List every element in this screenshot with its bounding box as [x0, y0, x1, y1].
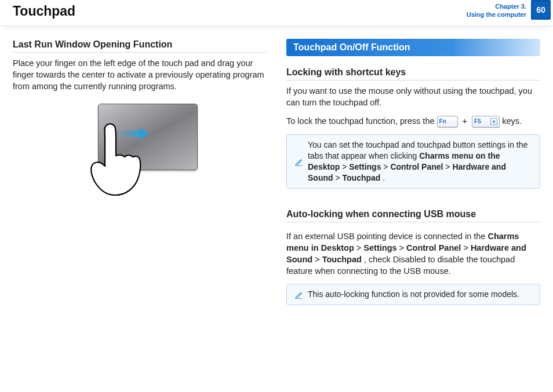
heading-locking: Locking with shortcut keys: [286, 67, 540, 80]
breadcrumb-sep: >: [445, 162, 452, 171]
para-autolock: If an external USB pointing device is co…: [286, 230, 540, 277]
breadcrumb-sep: >: [399, 243, 407, 252]
path-segment: Control Panel: [390, 162, 443, 171]
key-fn: Fn: [437, 116, 458, 127]
breadcrumb-sep: >: [356, 243, 364, 252]
key-f5-label: F5: [474, 118, 481, 124]
note-settings-path: You can set the touchpad and touchpad bu…: [286, 134, 540, 189]
text-fragment: .: [383, 173, 385, 182]
section-bar-onoff: Touchpad On/Off Function: [286, 39, 540, 56]
page-title: Touchpad: [13, 3, 75, 19]
heading-last-run: Last Run Window Opening Function: [13, 39, 267, 53]
path-segment: Control Panel: [406, 243, 461, 252]
para-last-run: Place your finger on the left edge of th…: [13, 57, 267, 92]
touchpad-illustration: [82, 104, 198, 170]
path-segment: Settings: [363, 243, 396, 252]
text-fragment: If an external USB pointing device is co…: [286, 232, 487, 241]
finger-icon: [79, 122, 143, 197]
path-segment: Touchpad: [322, 255, 362, 264]
page-header: Touchpad Chapter 3. Using the computer 6…: [0, 0, 553, 26]
note-icon: [294, 290, 303, 300]
para-locking-1: If you want to use the mouse only withou…: [286, 85, 540, 108]
path-segment: Settings: [349, 162, 381, 171]
text-fragment: To lock the touchpad function, press the: [286, 116, 437, 126]
para-locking-2: To lock the touchpad function, press the…: [286, 115, 540, 127]
note-icon: [294, 141, 303, 184]
breadcrumb-sep: >: [335, 173, 342, 182]
breadcrumb-sep: >: [342, 162, 349, 171]
left-column: Last Run Window Opening Function Place y…: [13, 39, 267, 316]
breadcrumb-sep: >: [315, 255, 322, 264]
note-autolock-exception: This auto-locking function is not provid…: [286, 284, 540, 305]
content-columns: Last Run Window Opening Function Place y…: [0, 39, 553, 316]
right-column: Touchpad On/Off Function Locking with sh…: [286, 39, 540, 316]
page-number-badge: 60: [531, 0, 551, 20]
chapter-name: Using the computer: [467, 10, 526, 19]
plus-sign: +: [460, 116, 470, 126]
document-page: Touchpad Chapter 3. Using the computer 6…: [0, 0, 553, 392]
key-f5: F5: [472, 116, 500, 127]
heading-autolock: Auto-locking when connecting USB mouse: [286, 208, 540, 222]
touchpad-toggle-icon: [490, 118, 497, 125]
breadcrumb-sep: >: [383, 162, 390, 171]
chapter-number: Chapter 3.: [467, 2, 526, 10]
note-text: You can set the touchpad and touchpad bu…: [308, 140, 533, 184]
text-fragment: keys.: [502, 116, 522, 126]
note-text: This auto-locking function is not provid…: [308, 289, 533, 300]
chapter-info: Chapter 3. Using the computer: [467, 2, 526, 19]
breadcrumb-sep: >: [463, 243, 471, 252]
path-segment: Touchpad: [343, 173, 381, 182]
